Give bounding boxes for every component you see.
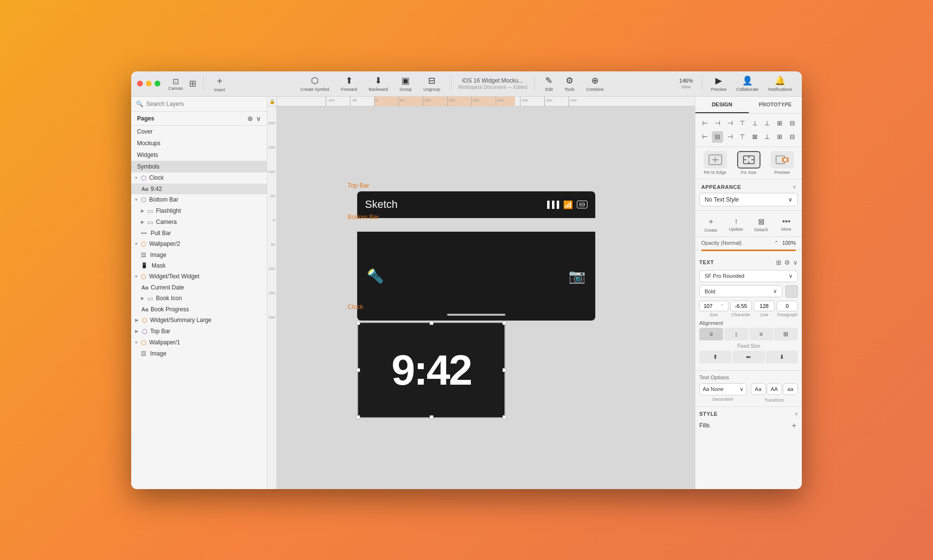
align-text-left-btn[interactable]: ≡ <box>699 328 723 340</box>
layer-clock[interactable]: ▾ ⬡ Clock <box>131 172 267 184</box>
text-chevron-icon[interactable]: ∨ <box>793 259 798 266</box>
font-weight-select[interactable]: Bold ∨ <box>699 285 782 297</box>
notifications-button[interactable]: 🔔 Notifications <box>764 73 796 94</box>
opacity-slider[interactable] <box>701 250 796 251</box>
more-style-button[interactable]: ••• More <box>775 215 798 234</box>
minimize-button[interactable] <box>146 81 152 86</box>
layer-widget-text[interactable]: ▾ ⬡ Widget/Text Widget <box>131 271 267 282</box>
dist-center-btn[interactable]: ⊟ <box>712 131 724 143</box>
opacity-chevron-icon[interactable]: ⌃ <box>774 240 778 246</box>
page-item-widgets[interactable]: Widgets <box>131 149 267 161</box>
collaborate-button[interactable]: 👤 Collaborate <box>732 73 762 94</box>
combine-button[interactable]: ⊕ Combine <box>583 73 608 94</box>
layer-widget-summary[interactable]: ▶ ⬡ Widget/Summary Large <box>131 315 267 326</box>
appearance-chevron-icon[interactable]: ∨ <box>793 184 796 189</box>
dist-right-btn[interactable]: ⊣ <box>724 131 736 143</box>
layer-book-icon[interactable]: ▶ ▭ Book Icon <box>131 293 267 304</box>
align-text-right-btn[interactable]: ≡ <box>749 328 773 340</box>
valign-middle-btn[interactable]: ⬅ <box>732 351 764 363</box>
layer-book-progress[interactable]: Aa Book Progress <box>131 304 267 315</box>
update-style-button[interactable]: ↑ Update <box>725 215 748 234</box>
canvas-button[interactable]: ⊡ Canvas <box>168 77 183 91</box>
align-bottom-edge-btn[interactable]: ⊥ <box>761 118 773 129</box>
transform-AA-btn[interactable]: AA <box>767 383 782 395</box>
text-settings-icon[interactable]: ⚙ <box>784 259 790 266</box>
valign-top-btn[interactable]: ⬆ <box>699 351 731 363</box>
forward-button[interactable]: ⬆ Forward <box>337 73 361 94</box>
insert-button[interactable]: ＋ Insert <box>210 73 229 94</box>
dist-v-btn[interactable]: ⊟ <box>786 131 798 143</box>
add-page-icon[interactable]: ⊕ <box>247 115 253 122</box>
decoration-select[interactable]: Aa None ∨ <box>699 383 747 395</box>
chevron-icon: ▶ <box>141 220 144 224</box>
layer-bottom-bar[interactable]: ▾ ⬡ Bottom Bar <box>131 194 267 205</box>
font-family-value: SF Pro Rounded <box>705 273 744 279</box>
layer-camera[interactable]: ▶ ▭ Camera <box>131 217 267 228</box>
font-size-input[interactable]: 107 ⌃ <box>699 301 728 311</box>
layer-wallpaper1[interactable]: ▾ ⬡ Wallpaper/1 <box>131 337 267 348</box>
transform-aa-btn[interactable]: Aa <box>751 383 766 395</box>
opacity-value: 100% <box>782 240 796 246</box>
page-item-symbols[interactable]: Symbols <box>131 161 267 172</box>
backward-button[interactable]: ⬇ Backward <box>365 73 392 94</box>
pages-chevron-icon[interactable]: ∨ <box>256 115 261 122</box>
dist-top-btn[interactable]: ⊤ <box>737 131 748 143</box>
align-center-v-btn[interactable]: ⊥ <box>749 118 761 129</box>
layer-wallpaper2[interactable]: ▾ ⬡ Wallpaper/2 <box>131 238 267 250</box>
align-text-justify-btn[interactable]: ⊞ <box>774 328 798 340</box>
transform-aa-lower-btn[interactable]: aa <box>783 383 798 395</box>
pin-to-edge-action[interactable]: Pin to Edge <box>699 151 731 175</box>
layer-top-bar[interactable]: ▶ ⬡ Top Bar <box>131 326 267 337</box>
valign-bottom-btn[interactable]: ⬇ <box>766 351 798 363</box>
layer-942[interactable]: Aa 9:42 <box>131 184 267 194</box>
grid-icon[interactable]: ⊞ <box>189 78 196 89</box>
character-input[interactable] <box>730 301 752 311</box>
ungroup-button[interactable]: ⊟ Ungroup <box>419 73 444 94</box>
layer-pull-bar[interactable]: Pull Bar <box>131 228 267 238</box>
align-right-edge-btn[interactable]: ⊣ <box>724 118 736 129</box>
layer-wallpaper1-image[interactable]: 🖼 Image <box>131 348 267 359</box>
create-style-button[interactable]: ＋ Create <box>699 215 723 235</box>
font-family-select[interactable]: SF Pro Rounded ∨ <box>699 270 798 282</box>
group-button[interactable]: ▣ Group <box>396 73 415 94</box>
ios-clock[interactable]: 9:42 <box>357 322 505 418</box>
font-color-swatch[interactable] <box>785 285 798 298</box>
preview-button[interactable]: ▶ Preview <box>707 73 730 94</box>
close-button[interactable] <box>137 81 143 86</box>
page-item-cover[interactable]: Cover <box>131 126 267 137</box>
maximize-button[interactable] <box>155 81 160 86</box>
dist-bottom-btn[interactable]: ⊥ <box>761 131 773 143</box>
layer-wallpaper2-image[interactable]: 🖼 Image <box>131 250 267 260</box>
text-layers-icon[interactable]: ⊞ <box>776 259 781 266</box>
dist-h-btn[interactable]: ⊞ <box>774 131 786 143</box>
text-style-select[interactable]: No Text Style ∨ <box>699 193 798 206</box>
detach-style-button[interactable]: ⊠ Detach <box>750 215 773 234</box>
canvas-area[interactable]: 🔒 -100 -50 0 50 100 150 200 250 300 350 … <box>267 97 695 489</box>
tab-design[interactable]: DESIGN <box>695 97 749 113</box>
align-extra-btn[interactable]: ⊞ <box>774 118 786 129</box>
layer-clock-label: Clock <box>149 174 263 181</box>
create-symbol-button[interactable]: ⬡ Create Symbol <box>296 73 333 94</box>
tools-button[interactable]: ⚙ Tools <box>561 73 579 94</box>
edit-button[interactable]: ✎ Edit <box>541 73 557 94</box>
align-top-edge-btn[interactable]: ⊤ <box>737 118 748 129</box>
fix-size-action[interactable]: Fix Size <box>733 151 764 175</box>
align-center-h-btn[interactable]: ⊣ <box>712 118 724 129</box>
search-input[interactable] <box>146 101 262 107</box>
layer-wallpaper2-mask[interactable]: 📱 Mask <box>131 260 267 271</box>
line-input[interactable] <box>754 301 775 311</box>
page-item-mockups[interactable]: Mockups <box>131 137 267 149</box>
dist-left-btn[interactable]: ⊢ <box>699 131 711 143</box>
align-extra2-btn[interactable]: ⊟ <box>786 118 798 129</box>
preview-action[interactable]: Preview <box>766 151 798 175</box>
zoom-control[interactable]: 146% View <box>675 76 697 91</box>
dist-middle-btn[interactable]: ⊠ <box>749 131 761 143</box>
style-chevron-icon[interactable]: ∨ <box>795 411 798 416</box>
tab-prototype[interactable]: PROTOTYPE <box>749 97 802 113</box>
align-text-center-btn[interactable]: ↕ <box>724 328 748 340</box>
add-fill-button[interactable]: ＋ <box>790 421 798 431</box>
layer-current-date[interactable]: Aa Current Date <box>131 282 267 293</box>
layer-flashlight[interactable]: ▶ ▭ Flashlight <box>131 205 267 217</box>
paragraph-input[interactable] <box>777 301 798 311</box>
align-left-edge-btn[interactable]: ⊢ <box>699 118 711 129</box>
